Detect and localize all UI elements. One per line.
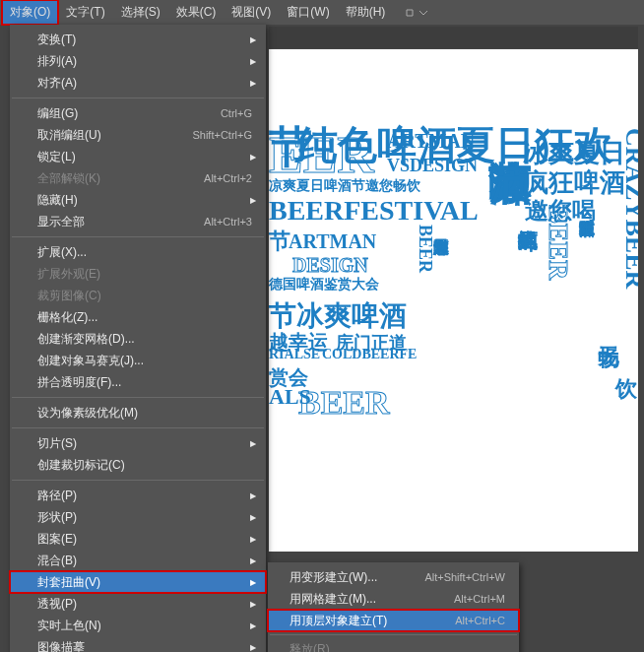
menu-item-label: 形状(P): [37, 509, 252, 526]
submenu-item-label: 用变形建立(W)...: [290, 569, 424, 586]
menu-选择[interactable]: 选择(S): [113, 0, 168, 25]
submenu-arrow-icon: ▶: [250, 196, 256, 205]
menu-item[interactable]: 实时上色(N)▶: [10, 615, 266, 636]
menu-item-label: 图案(E): [37, 531, 252, 548]
menu-item[interactable]: 编组(G)Ctrl+G: [10, 102, 266, 124]
menu-效果[interactable]: 效果(C): [168, 0, 225, 25]
ruler: [269, 27, 638, 48]
menu-item: 扩展外观(E): [10, 263, 266, 285]
menu-item[interactable]: 路径(P)▶: [10, 485, 266, 506]
menu-item[interactable]: 排列(A)▶: [10, 50, 266, 72]
canvas-text: BEER: [543, 205, 574, 280]
submenu-arrow-icon: ▶: [250, 556, 256, 565]
canvas-text: BEERFESTIVAL: [269, 195, 479, 227]
menu-item[interactable]: 设为像素级优化(M): [10, 402, 266, 424]
menu-item-label: 切片(S): [37, 435, 252, 452]
menu-item-label: 拼合透明度(F)...: [37, 374, 252, 391]
canvas-text: COLDBEERFE: [322, 347, 417, 362]
canvas-text: ARTMAN: [387, 130, 475, 153]
menu-shortcut: Alt+Ctrl+3: [204, 216, 252, 228]
menu-帮助[interactable]: 帮助(H): [338, 0, 394, 25]
menu-item-label: 实时上色(N): [37, 618, 252, 634]
menu-separator: [12, 427, 264, 428]
menu-item[interactable]: 封套扭曲(V)▶: [10, 571, 266, 593]
canvas[interactable]: 节纯色啤酒夏日狂欢EERARTMAN冰爽夏日VSDESIGN疯狂啤酒凉爽夏日啤酒…: [269, 49, 638, 552]
menu-item: 裁剪图像(C): [10, 285, 266, 306]
menu-separator: [12, 98, 264, 98]
menu-item[interactable]: 拼合透明度(F)...: [10, 371, 266, 393]
menu-item-label: 封套扭曲(V): [37, 574, 252, 591]
menu-item[interactable]: 混合(B)▶: [10, 550, 266, 571]
menu-item[interactable]: 创建裁切标记(C): [10, 454, 266, 476]
envelope-distort-submenu: 用变形建立(W)...Alt+Shift+Ctrl+W用网格建立(M)...Al…: [268, 562, 519, 652]
submenu-arrow-icon: ▶: [250, 578, 256, 587]
submenu-arrow-icon: ▶: [250, 153, 256, 162]
submenu-arrow-icon: ▶: [250, 491, 256, 500]
canvas-text: DESIGN: [292, 254, 368, 277]
submenu-item-label: 释放(R): [290, 641, 505, 653]
menu-item[interactable]: 切片(S)▶: [10, 432, 266, 454]
submenu-arrow-icon: ▶: [250, 600, 256, 609]
menu-item-label: 取消编组(U): [37, 127, 192, 144]
menu-item-label: 创建对象马赛克(J)...: [37, 353, 252, 369]
canvas-text: ARTMAN: [289, 230, 376, 253]
submenu-arrow-icon: ▶: [250, 439, 256, 448]
menu-bar: 对象(O)文字(T)选择(S)效果(C)视图(V)窗口(W)帮助(H): [0, 0, 644, 25]
menu-item[interactable]: 对齐(A)▶: [10, 72, 266, 94]
submenu-arrow-icon: ▶: [250, 621, 256, 630]
toolbar-arrows[interactable]: [399, 6, 434, 20]
menu-item-label: 排列(A): [37, 53, 252, 70]
menu-item[interactable]: 扩展(X)...: [10, 241, 266, 263]
menu-item-label: 路径(P): [37, 488, 252, 504]
object-menu-dropdown: 变换(T)▶排列(A)▶对齐(A)▶编组(G)Ctrl+G取消编组(U)Shif…: [10, 25, 266, 652]
submenu-arrow-icon: ▶: [250, 535, 256, 544]
menu-item[interactable]: 显示全部Alt+Ctrl+3: [10, 211, 266, 232]
canvas-text: BEER: [415, 225, 435, 273]
menu-item[interactable]: 锁定(L)▶: [10, 146, 266, 167]
submenu-arrow-icon: ▶: [250, 79, 256, 88]
menu-item[interactable]: 变换(T)▶: [10, 29, 266, 50]
menu-item-label: 创建裁切标记(C): [37, 457, 252, 474]
submenu-arrow-icon: ▶: [250, 513, 256, 522]
menu-shortcut: Shift+Ctrl+G: [192, 129, 252, 141]
menu-item-label: 透视(P): [37, 596, 252, 613]
menu-对象[interactable]: 对象(O): [2, 0, 58, 25]
menu-item-label: 裁剪图像(C): [37, 288, 252, 304]
submenu-item-label: 用顶层对象建立(T): [290, 613, 455, 629]
canvas-text: CRAZYBEER: [619, 128, 638, 289]
submenu-item[interactable]: 用网格建立(M)...Alt+Ctrl+M: [268, 588, 519, 610]
menu-item-label: 图像描摹: [37, 639, 252, 653]
submenu-item[interactable]: 用变形建立(W)...Alt+Shift+Ctrl+W: [268, 566, 519, 588]
menu-item[interactable]: 透视(P)▶: [10, 593, 266, 615]
menu-item-label: 隐藏(H): [37, 192, 252, 209]
menu-item[interactable]: 创建渐变网格(D)...: [10, 328, 266, 350]
menu-item[interactable]: 创建对象马赛克(J)...: [10, 350, 266, 371]
menu-separator: [12, 397, 264, 398]
menu-item-label: 设为像素级优化(M): [37, 405, 252, 422]
canvas-text: EER: [269, 126, 374, 184]
menu-窗口[interactable]: 窗口(W): [279, 0, 337, 25]
submenu-item[interactable]: 用顶层对象建立(T)Alt+Ctrl+C: [268, 610, 519, 631]
menu-视图[interactable]: 视图(V): [224, 0, 279, 25]
menu-item-label: 显示全部: [37, 214, 204, 230]
menu-item[interactable]: 隐藏(H)▶: [10, 189, 266, 211]
menu-item-label: 扩展(X)...: [37, 244, 252, 261]
canvas-text: 饮: [615, 374, 637, 404]
canvas-text: 节: [269, 227, 290, 256]
menu-item-label: 对齐(A): [37, 75, 252, 92]
menu-item[interactable]: 取消编组(U)Shift+Ctrl+G: [10, 124, 266, 146]
menu-shortcut: Ctrl+G: [221, 107, 252, 119]
menu-item-label: 全部解锁(K): [37, 170, 204, 187]
menu-separator: [270, 634, 517, 635]
canvas-text: BEER: [298, 384, 390, 422]
submenu-arrow-icon: ▶: [250, 643, 256, 652]
menu-item[interactable]: 形状(P)▶: [10, 506, 266, 528]
menu-item[interactable]: 图案(E)▶: [10, 528, 266, 550]
canvas-text: 凉爽夏日啤酒节邀您畅饮: [269, 177, 420, 195]
menu-item[interactable]: 图像描摹▶: [10, 636, 266, 652]
submenu-arrow-icon: ▶: [250, 35, 256, 44]
menu-item-label: 创建渐变网格(D)...: [37, 331, 252, 348]
menu-separator: [12, 236, 264, 237]
menu-文字[interactable]: 文字(T): [58, 0, 112, 25]
menu-item[interactable]: 栅格化(Z)...: [10, 306, 266, 328]
